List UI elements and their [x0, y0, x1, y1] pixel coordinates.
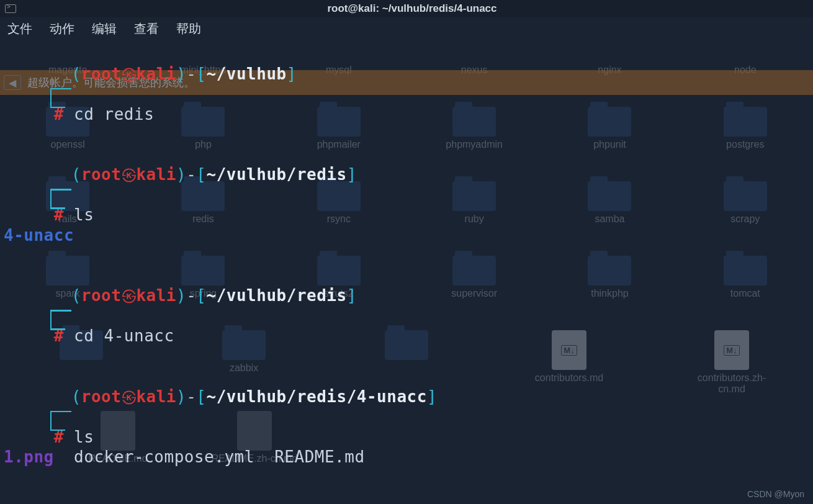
- watermark: CSDN @Myon⁮: [747, 489, 804, 499]
- ls-output-image: 1.png: [4, 448, 54, 466]
- menu-help[interactable]: 帮助: [176, 20, 201, 37]
- menu-action[interactable]: 动作: [50, 20, 74, 37]
- cmd-cd-redis: cd redis: [74, 105, 154, 124]
- window-title: root@kali: ~/vulhub/redis/4-unacc: [16, 2, 808, 15]
- prompt-block-5: (root㉿kali)-[~/vulhub/redis/4-unacc]: [4, 487, 809, 504]
- ls-output-file1: docker-compose.yml: [74, 448, 254, 466]
- menu-edit[interactable]: 编辑: [92, 20, 117, 37]
- ls-output-dir: 4-unacc: [4, 226, 74, 245]
- cmd-ls-1: ls: [74, 205, 94, 224]
- menu-file[interactable]: 文件: [7, 20, 32, 37]
- terminal-output[interactable]: (root㉿kali)-[~/vulhub] # cd redis (root㉿…: [4, 43, 809, 504]
- menu-view[interactable]: 查看: [134, 20, 159, 37]
- prompt-block-3: (root㉿kali)-[~/vulhub/redis]: [4, 266, 809, 326]
- prompt-block-1: (root㉿kali)-[~/vulhub]: [4, 43, 809, 104]
- ls-output-file2: README.md: [274, 448, 364, 466]
- window-titlebar: root@kali: ~/vulhub/redis/4-unacc: [0, 0, 813, 17]
- cmd-ls-2: ls: [74, 428, 94, 446]
- prompt-block-2: (root㉿kali)-[~/vulhub/redis]: [4, 145, 809, 205]
- terminal-icon: [5, 4, 16, 13]
- cmd-cd-4unacc: cd 4-unacc: [74, 326, 174, 345]
- prompt-block-4: (root㉿kali)-[~/vulhub/redis/4-unacc]: [4, 366, 809, 427]
- menu-bar: 文件 动作 编辑 查看 帮助: [0, 17, 813, 40]
